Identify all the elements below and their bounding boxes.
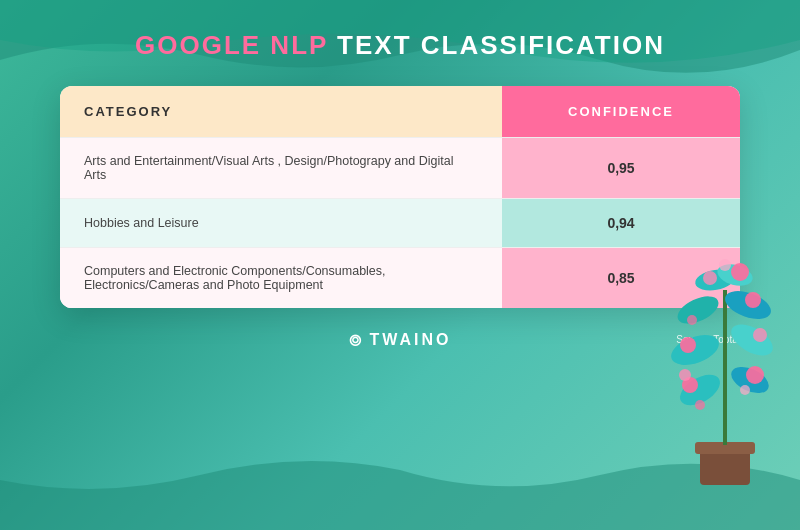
category-cell: Hobbies and Leisure bbox=[60, 199, 502, 248]
footer: ⌾ TWAINO Source: Toptal bbox=[60, 328, 740, 351]
table-row: Arts and Entertainment/Visual Arts , Des… bbox=[60, 138, 740, 199]
svg-point-16 bbox=[745, 292, 761, 308]
logo-text: TWAINO bbox=[370, 331, 452, 349]
table-header-row: CATEGORY CONFIDENCE bbox=[60, 86, 740, 138]
svg-point-18 bbox=[731, 263, 749, 281]
page-title: GOOGLE NLP TEXT CLASSIFICATION bbox=[135, 30, 665, 61]
category-header: CATEGORY bbox=[60, 86, 502, 138]
svg-point-14 bbox=[753, 328, 767, 342]
classification-table: CATEGORY CONFIDENCE Arts and Entertainme… bbox=[60, 86, 740, 308]
svg-point-22 bbox=[687, 315, 697, 325]
table-row: Computers and Electronic Components/Cons… bbox=[60, 248, 740, 309]
confidence-header: CONFIDENCE bbox=[502, 86, 740, 138]
svg-rect-0 bbox=[700, 450, 750, 485]
svg-point-7 bbox=[673, 291, 722, 330]
plant-decoration bbox=[660, 210, 790, 490]
confidence-cell: 0,95 bbox=[502, 138, 740, 199]
category-cell: Arts and Entertainment/Visual Arts , Des… bbox=[60, 138, 502, 199]
svg-point-20 bbox=[695, 400, 705, 410]
logo: ⌾ TWAINO bbox=[349, 328, 452, 351]
logo-icon: ⌾ bbox=[349, 328, 364, 351]
svg-point-21 bbox=[740, 385, 750, 395]
svg-point-13 bbox=[746, 366, 764, 384]
data-table-card: CATEGORY CONFIDENCE Arts and Entertainme… bbox=[60, 86, 740, 308]
title-highlight: GOOGLE NLP bbox=[135, 30, 328, 60]
svg-point-15 bbox=[680, 337, 696, 353]
table-body: Arts and Entertainment/Visual Arts , Des… bbox=[60, 138, 740, 309]
svg-point-17 bbox=[703, 271, 717, 285]
svg-point-6 bbox=[726, 318, 778, 362]
table-row: Hobbies and Leisure0,94 bbox=[60, 199, 740, 248]
svg-point-19 bbox=[719, 259, 731, 271]
svg-point-5 bbox=[667, 329, 723, 371]
svg-point-12 bbox=[679, 369, 691, 381]
category-cell: Computers and Electronic Components/Cons… bbox=[60, 248, 502, 309]
